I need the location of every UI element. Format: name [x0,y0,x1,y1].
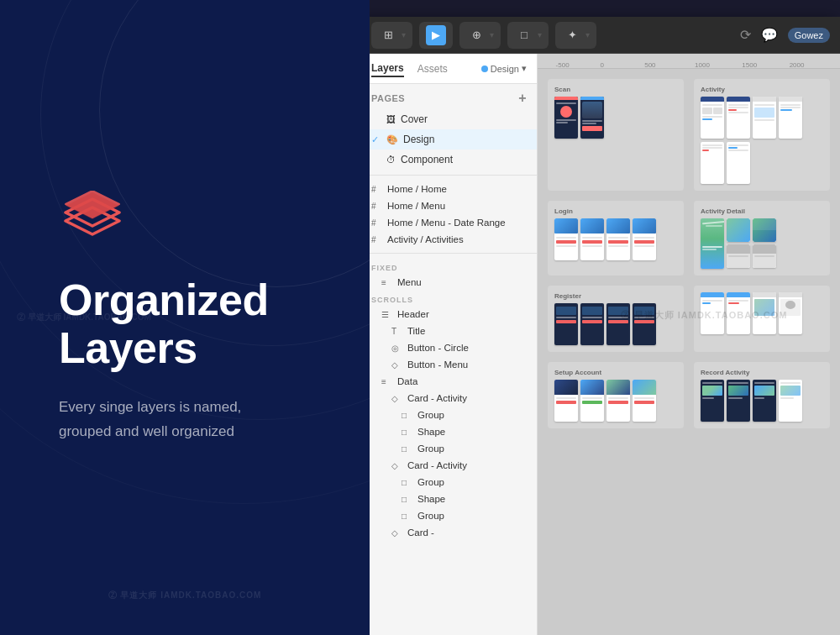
screen-login-3 [606,218,630,260]
menu-icon: ≡ [381,278,393,287]
screen-badge-4 [779,292,802,334]
activity-detail-screens [701,218,823,269]
shape-tool-button[interactable]: □ [514,25,534,45]
layer-home-menu[interactable]: # Home / Menu [370,197,537,214]
layer-card-activity-2[interactable]: ◇ Card - Activity [370,457,537,474]
tab-assets[interactable]: Assets [417,61,448,76]
layer-group-3[interactable]: □ Group [370,474,537,491]
layer-btn-circle-label: Button - Circle [407,343,469,353]
layer-shape-2[interactable]: □ Shape [370,491,537,507]
comment-icon[interactable]: 💬 [761,27,778,43]
login-screens [554,218,677,260]
design-dot-icon [481,66,488,72]
screen-register-3 [606,303,630,345]
frame-icon-2: # [371,202,383,211]
layer-menu-fixed[interactable]: ≡ Menu [370,274,537,291]
card-icon-2: ◇ [391,461,403,470]
screen-activity-2 [727,97,750,139]
group-icon-1: □ [402,411,413,420]
pen-tool-button[interactable]: ✦ [562,25,582,45]
page-name-component: Component [401,154,453,165]
ruler-top: -500 0 500 1000 1500 2000 [538,54,840,69]
screen-login-2 [580,218,604,260]
layer-card-2-label: Card - Activity [407,460,467,470]
tool-group-2: ▶ [419,22,453,49]
screen-record-1 [701,380,724,422]
layer-button-circle[interactable]: ◎ Button - Circle [370,339,537,356]
page-icon-cover: 🖼 [386,114,396,124]
toolbar-right: ⟳ 💬 Gowez [740,27,830,43]
layer-group-1[interactable]: □ Group [370,407,537,423]
screen-activity-3 [753,97,776,139]
record-screens [701,380,823,422]
select-tool-button[interactable]: ▶ [426,25,446,45]
page-check-design: ✓ [371,134,381,145]
screen-login-4 [633,218,656,260]
page-item-design[interactable]: ✓ 🎨 Design [370,129,537,150]
page-item-component[interactable]: ⏱ Component [370,150,537,170]
layer-title[interactable]: T Title [370,323,537,339]
screen-activity-6 [727,142,750,184]
layers-panel[interactable]: Layers Assets Design ▾ Pages + 🖼 [370,54,538,635]
layer-card-dash[interactable]: ◇ Card - [370,524,537,541]
card-dash-icon: ◇ [391,528,403,538]
group-icon-4: □ [402,512,413,521]
layer-label-3: Home / Menu - Date Range [387,218,506,228]
layer-header-label: Header [397,309,429,319]
layer-home-menu-date[interactable]: # Home / Menu - Date Range [370,214,537,231]
layer-header[interactable]: ☰ Header [370,306,537,323]
group-activity-label: Activity [701,86,823,93]
layer-shape-1-label: Shape [417,427,445,437]
tool-group-4: □ ▾ [507,22,549,49]
group-icon-3: □ [402,478,413,487]
tool-group-1: ⊞ ▾ [371,22,412,49]
layer-data[interactable]: ≡ Data [370,373,537,390]
layer-group-2[interactable]: □ Group [370,440,537,457]
share-icon[interactable]: ⟳ [740,27,751,43]
logo-icon [59,191,126,249]
figma-toolbar: ⊞ ▾ ▶ ⊕ ▾ □ ▾ ✦ ▾ ⟳ 💬 Gowez [370,17,840,54]
shape-icon-1: □ [402,428,413,437]
layer-group-3-label: Group [417,477,444,487]
activity-screens [701,97,823,139]
add-page-button[interactable]: + [518,91,527,106]
group-activity-detail: Activity Detail [694,201,830,276]
pages-label: Pages [371,93,405,103]
group-setup-label: Setup Account [554,369,677,376]
screen-activity-1 [701,97,724,139]
layer-title-label: Title [407,326,425,336]
layer-group-4[interactable]: □ Group [370,507,537,524]
diamond-icon: ◇ [391,360,403,370]
scrolls-section-label: SCROLLS [370,291,537,306]
canvas-area[interactable]: -500 0 500 1000 1500 2000 Ⓩ 早道大师 IAMDK.T… [538,54,840,635]
svg-marker-2 [66,191,119,218]
group-setup: Setup Account [548,362,684,428]
layer-shape-1[interactable]: □ Shape [370,423,537,440]
page-item-cover[interactable]: 🖼 Cover [370,109,537,129]
group-scan: Scan [548,79,684,191]
header-icon: ☰ [381,310,393,319]
canvas-scroll-area[interactable]: Ⓩ 早道大师 IAMDK.TAOBAO.COM Scan [538,69,840,635]
svg-marker-1 [66,199,119,226]
layer-card-activity-1[interactable]: ◇ Card - Activity [370,390,537,407]
layer-home-home[interactable]: # Home / Home [370,181,537,197]
tool-group-3: ⊕ ▾ [459,22,501,49]
frame-icon-4: # [371,235,383,244]
frame-tool-button[interactable]: ⊕ [466,25,486,45]
grid-tool-button[interactable]: ⊞ [378,25,398,45]
screen-badge-3 [753,292,776,334]
layer-button-menu[interactable]: ◇ Button - Menu [370,356,537,373]
page-description: Every singe layers is named, grouped and… [59,396,319,444]
tab-layers[interactable]: Layers [371,60,404,77]
layer-activity[interactable]: # Activity / Activities [370,231,537,248]
watermark-side: Ⓩ 早道大师 IAMDK.TAOBAO.COM [17,312,151,323]
page-icon-design: 🎨 [386,134,398,145]
screen-map-1 [701,218,724,269]
frame-icon-3: # [371,218,383,228]
figma-body: Layers Assets Design ▾ Pages + 🖼 [370,54,840,635]
design-tab[interactable]: Design ▾ [481,63,527,74]
group-register: Register [548,286,684,352]
watermark-logo2-icon: Ⓩ [17,312,25,322]
tool-group-5: ✦ ▾ [555,22,596,49]
fixed-section-label: FIXED [370,259,537,274]
